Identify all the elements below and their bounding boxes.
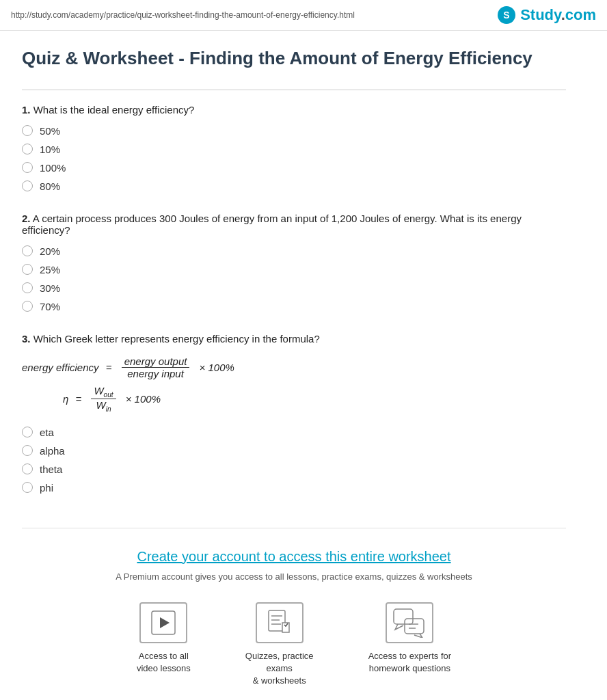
radio-q2-2[interactable]	[22, 264, 33, 275]
question-1-number: 1.	[22, 104, 31, 116]
option-row: eta	[22, 427, 566, 438]
divider	[22, 90, 566, 90]
option-label-phi: phi	[40, 482, 53, 494]
option-label: 25%	[40, 264, 60, 275]
fraction-numerator-2: Wout	[91, 385, 116, 399]
feature-experts-label: Access to experts forhomework questions	[368, 650, 451, 675]
main-content: Quiz & Worksheet - Finding the Amount of…	[0, 31, 588, 700]
feature-experts: Access to experts forhomework questions	[368, 602, 451, 688]
url-bar: http://study.com/academy/practice/quiz-w…	[11, 10, 355, 20]
formula-fraction-1: energy output energy input	[122, 355, 190, 379]
question-2-number: 2.	[22, 213, 31, 224]
option-label: 10%	[40, 144, 60, 155]
page-title: Quiz & Worksheet - Finding the Amount of…	[22, 47, 566, 70]
fraction-denominator-1: energy input	[124, 368, 187, 379]
option-row: 10%	[22, 144, 566, 155]
cta-subtitle: A Premium account gives you access to al…	[36, 571, 552, 582]
formula-line-1: energy efficiency = energy output energy…	[22, 355, 566, 379]
option-row: alpha	[22, 445, 566, 457]
option-label: 70%	[40, 301, 60, 312]
feature-quizzes: Quizzes, practice exams& worksheets	[232, 602, 327, 688]
radio-q3-theta[interactable]	[22, 463, 33, 474]
feature-quizzes-label: Quizzes, practice exams& worksheets	[232, 650, 327, 688]
radio-q3-phi[interactable]	[22, 482, 33, 493]
formula-multiplier-2: × 100%	[123, 393, 161, 405]
fraction-denominator-2: Win	[93, 399, 113, 413]
feature-video: Access to allvideo lessons	[137, 602, 191, 688]
option-row: phi	[22, 482, 566, 494]
cta-link[interactable]: Create your account to access this entir…	[36, 549, 552, 565]
option-row: 70%	[22, 301, 566, 312]
radio-q2-4[interactable]	[22, 301, 33, 312]
video-icon-box	[139, 602, 187, 643]
formula-block: energy efficiency = energy output energy…	[22, 355, 566, 413]
formula-fraction-2: Wout Win	[91, 385, 116, 413]
svg-marker-3	[160, 617, 170, 628]
option-label: 100%	[40, 162, 66, 174]
logo-text: Study.com	[520, 6, 596, 24]
radio-q1-3[interactable]	[22, 162, 33, 173]
logo-area: S Study.com	[497, 5, 596, 25]
radio-q1-2[interactable]	[22, 144, 33, 154]
radio-q2-1[interactable]	[22, 245, 33, 256]
svg-text:S: S	[503, 10, 509, 21]
play-icon	[151, 610, 176, 635]
chat-icon	[392, 608, 427, 638]
svg-rect-8	[394, 609, 413, 624]
option-row: 30%	[22, 282, 566, 294]
radio-q1-4[interactable]	[22, 180, 33, 191]
logo-study: Study	[520, 6, 561, 23]
option-label: 20%	[40, 245, 60, 257]
option-label-theta: theta	[40, 463, 62, 475]
question-3-number: 3.	[22, 333, 31, 345]
option-row: 25%	[22, 264, 566, 275]
eta-symbol: η	[63, 393, 68, 405]
logo-com: com	[565, 6, 596, 23]
svg-rect-9	[405, 619, 424, 634]
feature-video-label: Access to allvideo lessons	[137, 650, 191, 675]
option-row: theta	[22, 463, 566, 475]
formula-equals-1: =	[103, 362, 115, 373]
option-label: 80%	[40, 180, 60, 192]
fraction-numerator-1: energy output	[122, 355, 190, 368]
cta-section: Create your account to access this entir…	[22, 528, 566, 700]
option-label-eta: eta	[40, 427, 54, 438]
formula-multiplier-1: × 100%	[196, 362, 234, 373]
option-row: 80%	[22, 180, 566, 192]
question-1: 1. What is the ideal energy efficiency? …	[22, 104, 566, 192]
question-3-text: 3. Which Greek letter represents energy …	[22, 333, 566, 345]
radio-q3-alpha[interactable]	[22, 445, 33, 456]
option-row: 50%	[22, 125, 566, 137]
formula-text-1: energy efficiency	[22, 362, 99, 373]
option-label: 50%	[40, 125, 60, 137]
radio-q3-eta[interactable]	[22, 427, 33, 438]
radio-q2-3[interactable]	[22, 282, 33, 293]
question-2: 2. A certain process produces 300 Joules…	[22, 213, 566, 312]
question-3: 3. Which Greek letter represents energy …	[22, 333, 566, 494]
study-logo-icon: S	[497, 5, 516, 25]
option-label: 30%	[40, 282, 60, 294]
formula-equals-2: =	[72, 393, 84, 405]
question-1-text: 1. What is the ideal energy efficiency?	[22, 104, 566, 116]
option-row: 20%	[22, 245, 566, 257]
radio-q1-1[interactable]	[22, 125, 33, 136]
option-label-alpha: alpha	[40, 445, 65, 457]
option-row: 100%	[22, 162, 566, 174]
quiz-icon-box	[256, 602, 304, 643]
question-2-text: 2. A certain process produces 300 Joules…	[22, 213, 566, 236]
top-bar: http://study.com/academy/practice/quiz-w…	[0, 0, 607, 31]
quiz-icon	[266, 609, 293, 636]
features-row: Access to allvideo lessons	[36, 602, 552, 688]
formula-line-2: η = Wout Win × 100%	[63, 385, 566, 413]
experts-icon-box	[386, 602, 433, 643]
